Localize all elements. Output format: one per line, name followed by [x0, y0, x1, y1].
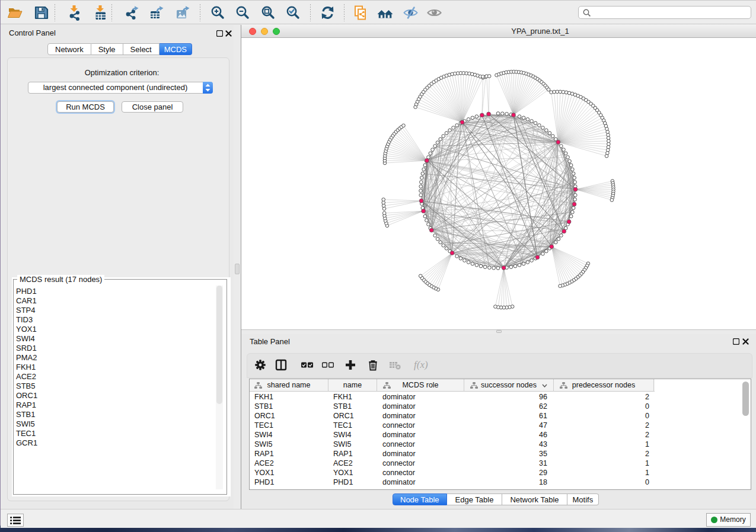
svg-text:f(x): f(x): [414, 359, 428, 370]
